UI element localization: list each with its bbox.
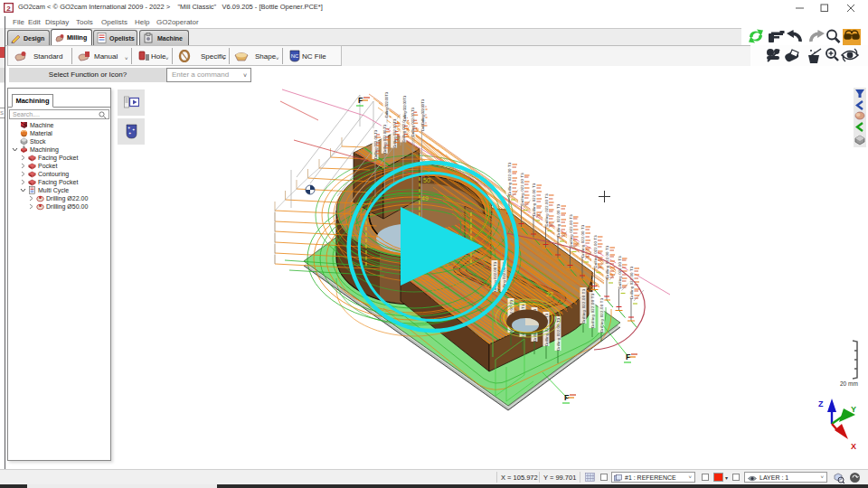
svg-text:Drilling 022.00 T3: Drilling 022.00 T3 <box>507 162 512 195</box>
svg-text:Drilling 022.00 T3: Drilling 022.00 T3 <box>569 214 573 248</box>
svg-text:Drilling 022.00 T3: Drilling 022.00 T3 <box>618 256 622 289</box>
svg-text:Drilling 022.00 T3: Drilling 022.00 T3 <box>629 266 634 299</box>
svg-text:Drilling 022.00 T3: Drilling 022.00 T3 <box>402 95 407 121</box>
svg-text:Drilling 022.00 T3: Drilling 022.00 T3 <box>373 129 378 159</box>
svg-text:Drilling 022.00 T3: Drilling 022.00 T3 <box>384 91 389 117</box>
svg-text:Drilling 022.00 T3: Drilling 022.00 T3 <box>556 203 561 237</box>
svg-text:Z: Z <box>818 399 824 408</box>
svg-text:50: 50 <box>423 177 430 183</box>
svg-text:Drilling 022.00 T3: Drilling 022.00 T3 <box>599 297 604 333</box>
svg-text:22: 22 <box>546 291 553 297</box>
svg-text:NC: NC <box>291 53 299 59</box>
svg-text:Y: Y <box>851 405 856 414</box>
svg-text:Drilling 022.00 T3: Drilling 022.00 T3 <box>544 193 549 227</box>
svg-text:2: 2 <box>6 5 11 13</box>
svg-text:X: X <box>851 442 856 451</box>
svg-text:Drilling 022.00 T3: Drilling 022.00 T3 <box>581 288 586 324</box>
svg-text:Drilling 022.00 T3: Drilling 022.00 T3 <box>410 108 415 137</box>
svg-text:Drilling 022.00 T3: Drilling 022.00 T3 <box>590 293 595 328</box>
svg-text:Drilling 022.00 T3: Drilling 022.00 T3 <box>420 99 425 125</box>
svg-text:Drilling 022.00 T3: Drilling 022.00 T3 <box>392 118 397 148</box>
svg-text:Drilling 022.00 T3: Drilling 022.00 T3 <box>520 173 524 206</box>
svg-text:49: 49 <box>421 195 429 202</box>
svg-text:Drilling 022.00 T3: Drilling 022.00 T3 <box>532 183 536 216</box>
svg-text:Drilling 022.00 T3: Drilling 022.00 T3 <box>593 235 598 268</box>
svg-text:Drilling 022.00 T3: Drilling 022.00 T3 <box>580 224 585 258</box>
svg-text:20 mm: 20 mm <box>840 380 858 387</box>
svg-text:Drilling 022.00 T3: Drilling 022.00 T3 <box>382 124 387 154</box>
